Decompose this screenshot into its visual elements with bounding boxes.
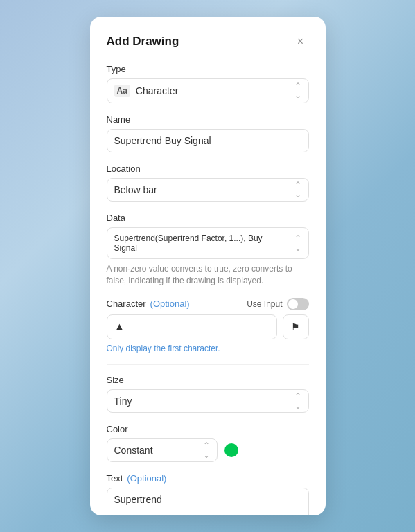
use-input-toggle[interactable] bbox=[287, 298, 309, 310]
character-row: Character (Optional) Use Input bbox=[107, 298, 309, 310]
color-dot-button[interactable] bbox=[224, 443, 238, 457]
color-value: Constant bbox=[114, 445, 153, 456]
divider-1 bbox=[107, 364, 309, 365]
data-helper-text: A non-zero value converts to true, zero … bbox=[107, 263, 309, 287]
type-select[interactable]: Aa Character ⌃⌄ bbox=[107, 78, 309, 103]
location-select-wrapper: Below bar ⌃⌄ bbox=[107, 178, 309, 202]
location-chevron-icon: ⌃⌄ bbox=[294, 180, 301, 200]
type-value: Character bbox=[136, 85, 178, 96]
size-label: Size bbox=[107, 375, 309, 385]
location-select[interactable]: Below bar ⌃⌄ bbox=[107, 178, 309, 202]
character-field-group: Character (Optional) Use Input ▲ ⚑ Only … bbox=[107, 298, 309, 353]
type-icon: Aa bbox=[114, 85, 130, 97]
color-field-group: Color Constant ⌃⌄ bbox=[107, 424, 309, 462]
location-label: Location bbox=[107, 163, 309, 174]
char-input-box[interactable]: ▲ bbox=[107, 314, 277, 339]
data-select-wrapper: Supertrend(Supertrend Factor, 1...), Buy… bbox=[107, 227, 309, 259]
type-label: Type bbox=[107, 64, 309, 74]
data-chevron-icon: ⌃⌄ bbox=[294, 233, 301, 253]
location-value: Below bar bbox=[114, 184, 157, 195]
type-chevron-icon: ⌃⌄ bbox=[294, 81, 301, 100]
type-field-group: Type Aa Character ⌃⌄ bbox=[107, 64, 309, 103]
name-field-group: Name bbox=[107, 114, 309, 152]
add-drawing-modal: Add Drawing × Type Aa Character ⌃⌄ Name … bbox=[90, 17, 326, 515]
name-input[interactable] bbox=[107, 129, 309, 152]
name-label: Name bbox=[107, 114, 309, 125]
data-field-group: Data Supertrend(Supertrend Factor, 1...)… bbox=[107, 213, 309, 287]
size-field-group: Size Tiny ⌃⌄ bbox=[107, 375, 309, 413]
char-input-row: ▲ ⚑ bbox=[107, 314, 309, 339]
data-select[interactable]: Supertrend(Supertrend Factor, 1...), Buy… bbox=[107, 227, 309, 259]
char-value: ▲ bbox=[114, 321, 125, 333]
color-row: Constant ⌃⌄ bbox=[107, 438, 309, 462]
character-optional-label: (Optional) bbox=[150, 299, 190, 309]
data-value: Supertrend(Supertrend Factor, 1...), Buy… bbox=[114, 233, 283, 253]
character-label-group: Character (Optional) bbox=[107, 299, 190, 309]
size-chevron-icon: ⌃⌄ bbox=[294, 391, 301, 411]
size-value: Tiny bbox=[114, 396, 132, 407]
text-textarea[interactable]: Supertrend bbox=[107, 488, 309, 515]
modal-header: Add Drawing × bbox=[107, 33, 309, 50]
close-button[interactable]: × bbox=[292, 33, 309, 50]
text-field-group: Text (Optional) Supertrend Supports mult… bbox=[107, 473, 309, 515]
text-optional-label: (Optional) bbox=[127, 473, 166, 484]
char-flag-button[interactable]: ⚑ bbox=[283, 314, 309, 339]
text-label: Text bbox=[107, 473, 123, 484]
modal-title: Add Drawing bbox=[107, 35, 179, 48]
character-label: Character bbox=[107, 299, 146, 309]
color-select-wrapper: Constant ⌃⌄ bbox=[107, 438, 218, 462]
color-label: Color bbox=[107, 424, 309, 434]
size-select-wrapper: Tiny ⌃⌄ bbox=[107, 389, 309, 413]
type-select-wrapper: Aa Character ⌃⌄ bbox=[107, 78, 309, 103]
location-field-group: Location Below bar ⌃⌄ bbox=[107, 163, 309, 202]
color-select[interactable]: Constant ⌃⌄ bbox=[107, 438, 218, 462]
use-input-group: Use Input bbox=[247, 298, 308, 310]
character-helper-text: Only display the first character. bbox=[107, 344, 309, 353]
data-label: Data bbox=[107, 213, 309, 223]
use-input-label: Use Input bbox=[247, 299, 282, 309]
size-select[interactable]: Tiny ⌃⌄ bbox=[107, 389, 309, 413]
color-chevron-icon: ⌃⌄ bbox=[203, 441, 210, 460]
